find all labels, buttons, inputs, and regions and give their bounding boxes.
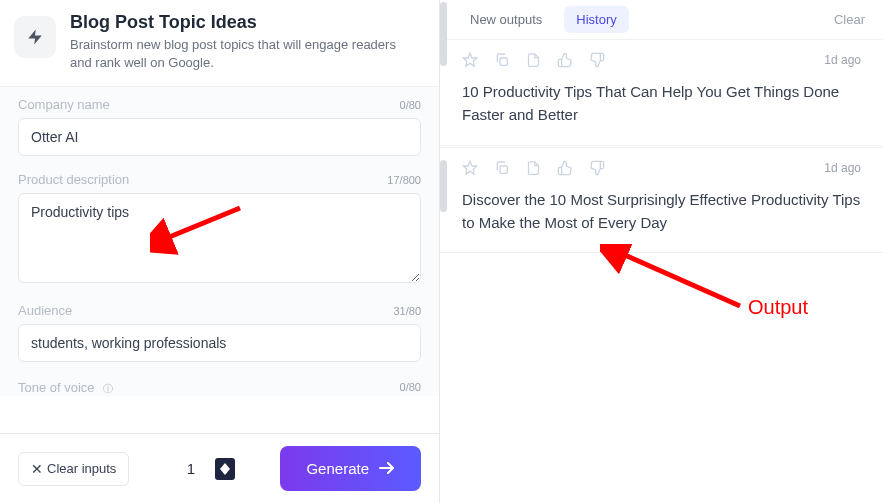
copy-icon[interactable] bbox=[494, 52, 510, 68]
audience-input[interactable] bbox=[18, 324, 421, 362]
tone-count: 0/80 bbox=[400, 381, 421, 393]
tone-label-wrap: Tone of voice ⓘ bbox=[18, 378, 113, 396]
svg-marker-0 bbox=[28, 30, 42, 45]
bolt-icon bbox=[14, 16, 56, 58]
field-audience: Audience 31/80 bbox=[18, 303, 421, 362]
left-scroll-area: Blog Post Topic Ideas Brainstorm new blo… bbox=[0, 0, 439, 433]
thumbs-down-icon[interactable] bbox=[589, 52, 605, 68]
star-icon[interactable] bbox=[462, 52, 478, 68]
page-subtitle: Brainstorm new blog post topics that wil… bbox=[70, 36, 421, 72]
scrollbar-thumb[interactable] bbox=[440, 160, 447, 212]
page-title: Blog Post Topic Ideas bbox=[70, 12, 421, 33]
description-count: 17/800 bbox=[387, 174, 421, 186]
left-footer: ✕ Clear inputs Generate bbox=[0, 433, 439, 503]
copy-icon[interactable] bbox=[494, 160, 510, 176]
thumbs-down-icon[interactable] bbox=[589, 160, 605, 176]
template-header: Blog Post Topic Ideas Brainstorm new blo… bbox=[0, 0, 439, 86]
close-icon: ✕ bbox=[31, 461, 43, 477]
app-root: Blog Post Topic Ideas Brainstorm new blo… bbox=[0, 0, 883, 503]
svg-rect-5 bbox=[500, 58, 507, 65]
field-tone: Tone of voice ⓘ 0/80 bbox=[18, 378, 421, 396]
info-icon[interactable]: ⓘ bbox=[103, 383, 113, 394]
svg-rect-7 bbox=[500, 166, 507, 173]
generate-button[interactable]: Generate bbox=[280, 446, 421, 491]
description-input[interactable] bbox=[18, 193, 421, 283]
output-text: Discover the 10 Most Surprisingly Effect… bbox=[462, 188, 861, 235]
right-panel: New outputs History Clear 1d ago 10 Prod… bbox=[440, 0, 883, 503]
form-area: Company name 0/80 Product description 17… bbox=[0, 86, 439, 396]
right-header: New outputs History Clear bbox=[440, 0, 883, 39]
description-label: Product description bbox=[18, 172, 129, 187]
quantity-input[interactable] bbox=[175, 460, 207, 477]
output-card: 1d ago 10 Productivity Tips That Can Hel… bbox=[440, 39, 883, 146]
document-icon[interactable] bbox=[526, 52, 541, 68]
field-company: Company name 0/80 bbox=[18, 97, 421, 156]
output-timestamp: 1d ago bbox=[824, 161, 861, 175]
svg-marker-2 bbox=[220, 469, 230, 475]
clear-inputs-button[interactable]: ✕ Clear inputs bbox=[18, 452, 129, 486]
quantity-group bbox=[175, 458, 235, 480]
tab-new-outputs[interactable]: New outputs bbox=[458, 6, 554, 33]
audience-count: 31/80 bbox=[393, 305, 421, 317]
quantity-stepper[interactable] bbox=[215, 458, 235, 480]
output-actions: 1d ago bbox=[462, 52, 861, 68]
thumbs-up-icon[interactable] bbox=[557, 160, 573, 176]
clear-outputs-button[interactable]: Clear bbox=[834, 12, 865, 27]
left-panel: Blog Post Topic Ideas Brainstorm new blo… bbox=[0, 0, 440, 503]
tab-history[interactable]: History bbox=[564, 6, 628, 33]
outputs-list: 1d ago 10 Productivity Tips That Can Hel… bbox=[440, 39, 883, 503]
tone-label: Tone of voice bbox=[18, 380, 95, 395]
clear-inputs-label: Clear inputs bbox=[47, 461, 116, 476]
audience-label: Audience bbox=[18, 303, 72, 318]
arrow-right-icon bbox=[379, 460, 395, 477]
field-description: Product description 17/800 bbox=[18, 172, 421, 287]
output-card: 1d ago Discover the 10 Most Surprisingly… bbox=[440, 147, 883, 254]
company-count: 0/80 bbox=[400, 99, 421, 111]
output-text: 10 Productivity Tips That Can Help You G… bbox=[462, 80, 861, 127]
thumbs-up-icon[interactable] bbox=[557, 52, 573, 68]
scrollbar-thumb[interactable] bbox=[440, 2, 447, 66]
output-actions: 1d ago bbox=[462, 160, 861, 176]
star-icon[interactable] bbox=[462, 160, 478, 176]
svg-marker-4 bbox=[463, 53, 476, 66]
generate-label: Generate bbox=[306, 460, 369, 477]
company-label: Company name bbox=[18, 97, 110, 112]
document-icon[interactable] bbox=[526, 160, 541, 176]
header-text: Blog Post Topic Ideas Brainstorm new blo… bbox=[70, 12, 421, 72]
output-timestamp: 1d ago bbox=[824, 53, 861, 67]
company-input[interactable] bbox=[18, 118, 421, 156]
svg-marker-6 bbox=[463, 161, 476, 174]
